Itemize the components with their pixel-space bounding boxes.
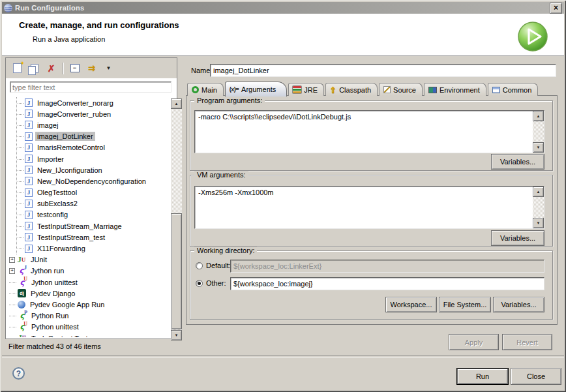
tree-item[interactable]: Task Context Test [7, 333, 163, 337]
close-window-button[interactable]: × [550, 3, 562, 14]
revert-button: Revert [502, 334, 552, 350]
common-tab-icon [492, 87, 500, 93]
vm-arguments-field: -Xms256m -Xmx1000m ▲ ▼ [194, 186, 544, 229]
expand-plus-icon[interactable] [9, 268, 15, 274]
java-app-icon [25, 155, 33, 163]
tree-item[interactable]: Python unittest [7, 322, 163, 333]
tree-item[interactable]: Importer [7, 153, 163, 164]
other-directory-row: Other: [190, 277, 552, 291]
run-button[interactable]: Run [456, 368, 509, 385]
name-input[interactable] [210, 64, 556, 77]
page-title: Create, manage, and run configurations [19, 20, 179, 30]
tree-scrollbar[interactable]: ▲ ▼ [171, 98, 182, 340]
tab-source[interactable]: Source [379, 83, 423, 96]
wd-variables-button[interactable]: Variables... [493, 297, 544, 312]
scrollbar-thumb[interactable] [171, 213, 182, 329]
header-banner: Create, manage, and run configurations R… [2, 14, 564, 56]
tree-item[interactable]: imagej [7, 119, 163, 130]
tree-item[interactable]: ImageConverter_norarg [7, 97, 163, 108]
tree-item[interactable]: TestInputStream_Marriage [7, 220, 163, 232]
vm-arguments-label: VM arguments: [194, 171, 248, 179]
file-system-button[interactable]: File System... [439, 297, 491, 312]
workspace-button[interactable]: Workspace... [385, 297, 437, 312]
tree-item[interactable]: X11Forwarding [7, 243, 163, 254]
java-app-icon [25, 245, 33, 253]
default-directory-row: Default: [190, 260, 552, 273]
window-title: Run Configurations [15, 4, 84, 12]
java-app-icon [25, 222, 33, 230]
tree-item[interactable]: Jython run [7, 265, 163, 277]
scrollbar-track[interactable] [533, 197, 544, 218]
default-radio[interactable] [196, 262, 203, 269]
python-unittest-icon [18, 323, 27, 331]
program-arguments-label: Program arguments: [194, 97, 265, 104]
close-button[interactable]: Close [511, 368, 561, 385]
arguments-tab-icon: (x)= [230, 86, 239, 93]
tree-item[interactable]: Python Run [7, 310, 163, 322]
program-arguments-textarea[interactable]: -macro C:\\scripts\\eclipsedev\\DotLinkD… [196, 112, 532, 152]
delete-config-icon[interactable]: ✗ [44, 62, 58, 75]
java-app-icon [25, 98, 33, 107]
java-app-icon [25, 211, 33, 219]
filter-input[interactable] [10, 82, 171, 93]
tab-classpath[interactable]: ⇧Classpath [325, 83, 378, 96]
jre-tab-icon [293, 86, 301, 93]
classpath-tab-icon: ⇧ [330, 86, 336, 94]
filter-configs-icon[interactable]: ⇉ [85, 62, 98, 75]
duplicate-config-icon[interactable] [27, 62, 41, 75]
tree-item[interactable]: ImageConverter_ruben [7, 108, 163, 119]
filter-status: Filter matched 43 of 46 items [8, 342, 101, 350]
tree-item[interactable]: New_IJconfiguration [7, 164, 163, 175]
scroll-down-icon[interactable]: ▼ [533, 218, 544, 228]
other-directory-input[interactable] [230, 277, 544, 290]
working-directory-group: Working directory: Default: Other: Works… [190, 250, 553, 320]
tab-environment[interactable]: Environment [424, 83, 486, 96]
textarea-scrollbar[interactable]: ▲ ▼ [533, 187, 544, 228]
tree-item[interactable]: OlegTesttool [7, 187, 163, 198]
tab-jre[interactable]: JRE [288, 83, 324, 96]
scroll-up-icon[interactable]: ▲ [171, 98, 182, 109]
titlebar[interactable]: Run Configurations × [2, 2, 564, 14]
java-app-icon [25, 132, 33, 141]
tab-main[interactable]: Main [187, 83, 224, 96]
tree-item[interactable]: JUnit [7, 254, 163, 265]
tab-common[interactable]: Common [488, 83, 539, 96]
textarea-scrollbar[interactable]: ▲ ▼ [533, 111, 544, 153]
vm-arguments-textarea[interactable]: -Xms256m -Xmx1000m [196, 187, 532, 228]
scroll-up-icon[interactable]: ▲ [533, 111, 544, 121]
java-app-icon [25, 233, 33, 241]
scrollbar-track[interactable] [533, 121, 544, 142]
filter-menu-arrow-icon[interactable]: ▼ [102, 62, 115, 75]
tree-item[interactable]: Pydev Google App Run [7, 299, 163, 310]
tree-item[interactable]: TestInputStream_test [7, 232, 163, 243]
configurations-tree: ImageConverter_norarg ImageConverter_rub… [7, 97, 163, 337]
tree-item[interactable]: Jython unittest [7, 277, 163, 288]
tree-item[interactable]: New_NoDependencyconfiguration [7, 175, 163, 187]
tree-item[interactable]: testconfig [7, 209, 163, 220]
scroll-down-icon[interactable]: ▼ [171, 330, 182, 340]
default-directory-input [230, 260, 544, 273]
tree-item[interactable]: ImarisRemoteControl [7, 142, 163, 153]
tree-item-selected[interactable]: imagej_DotLinker [7, 131, 163, 142]
help-button[interactable]: ? [12, 367, 25, 380]
main-tab-icon [192, 86, 199, 93]
tree-item[interactable]: Pydev Django [7, 288, 163, 299]
tab-arguments[interactable]: (x)=Arguments [225, 82, 287, 97]
vm-variables-button[interactable]: Variables... [491, 230, 544, 246]
scroll-down-icon[interactable]: ▼ [533, 142, 544, 153]
name-label: Name: [191, 67, 212, 74]
working-directory-label: Working directory: [194, 247, 257, 254]
program-arguments-field: -macro C:\\scripts\\eclipsedev\\DotLinkD… [194, 110, 544, 153]
java-app-icon [25, 200, 33, 208]
program-variables-button[interactable]: Variables... [491, 154, 544, 170]
expand-plus-icon[interactable] [9, 257, 15, 263]
scroll-up-icon[interactable]: ▲ [533, 187, 544, 197]
environment-tab-icon [428, 87, 437, 93]
run-configurations-dialog: Run Configurations × Create, manage, and… [0, 0, 566, 392]
junit-icon [17, 256, 26, 264]
tree-item[interactable]: subExclass2 [7, 198, 163, 209]
new-config-icon[interactable] [10, 62, 24, 75]
collapse-all-icon[interactable]: − [68, 62, 82, 75]
other-radio[interactable] [196, 280, 203, 287]
other-label: Other: [206, 279, 226, 287]
